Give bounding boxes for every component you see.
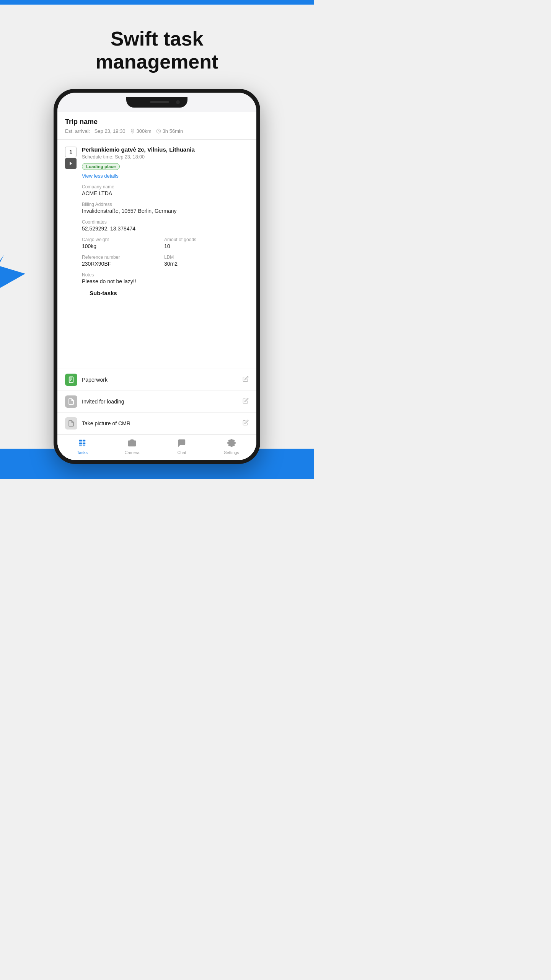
step-connector bbox=[71, 171, 71, 363]
coordinates-row: Coordinates 52.529292, 13.378474 bbox=[82, 219, 241, 232]
trip-name: Trip name bbox=[65, 118, 249, 126]
phone-frame: Trip name Est. arrival: Sep 23, 19:30 30… bbox=[54, 89, 260, 464]
trip-est-arrival: Est. arrival: Sep 23, 19:30 bbox=[65, 128, 126, 134]
task-item: 1 Perkūnkiemio gatvė 2c, Vilnius, Lithua… bbox=[57, 140, 256, 369]
phone-mockup-wrapper: Trip name Est. arrival: Sep 23, 19:30 30… bbox=[0, 89, 314, 464]
subtask-edit-icon-cmr[interactable] bbox=[243, 420, 249, 427]
blue-arrow-decoration bbox=[0, 250, 31, 305]
subtask-icon-paperwork bbox=[65, 374, 77, 386]
cargo-weight-value: 100kg bbox=[82, 243, 159, 249]
subtask-label-paperwork: Paperwork bbox=[82, 377, 238, 383]
amount-label: Amout of goods bbox=[164, 237, 241, 242]
camera-nav-label: Camera bbox=[124, 450, 139, 455]
subtask-icon-cmr bbox=[65, 417, 77, 430]
subtask-label-cmr: Take picture of CMR bbox=[82, 420, 238, 426]
coordinates-value: 52.529292, 13.378474 bbox=[82, 225, 241, 232]
cargo-weight-cell: Cargo weight 100kg bbox=[82, 237, 159, 249]
tasks-icon bbox=[78, 439, 86, 449]
step-arrow-box bbox=[65, 158, 77, 169]
ref-cell: Reference number 230RX90BF bbox=[82, 255, 159, 267]
nav-item-settings[interactable]: Settings bbox=[207, 439, 256, 455]
task-address: Perkūnkiemio gatvė 2c, Vilnius, Lithuani… bbox=[82, 146, 249, 154]
hero-title: Swift task management bbox=[96, 28, 218, 74]
trip-meta: Est. arrival: Sep 23, 19:30 300km 3h 56m… bbox=[65, 128, 249, 134]
ref-value: 230RX90BF bbox=[82, 261, 159, 267]
svg-rect-7 bbox=[83, 443, 85, 444]
tasks-nav-label: Tasks bbox=[77, 450, 88, 455]
amount-value: 10 bbox=[164, 243, 241, 249]
svg-marker-0 bbox=[0, 255, 25, 298]
chat-nav-label: Chat bbox=[177, 450, 186, 455]
notes-row: Notes Please do not be lazy!! bbox=[82, 272, 241, 284]
company-value: ACME LTDA bbox=[82, 190, 241, 196]
company-label: Company name bbox=[82, 184, 241, 189]
ldm-cell: LDM 30m2 bbox=[164, 255, 241, 267]
subtasks-list: Paperwork Invited for loading bbox=[57, 369, 256, 434]
top-status-bar bbox=[0, 0, 314, 5]
trip-duration: 3h 56min bbox=[156, 128, 183, 134]
svg-rect-4 bbox=[79, 439, 82, 441]
amount-cell: Amout of goods 10 bbox=[164, 237, 241, 249]
svg-point-1 bbox=[132, 130, 133, 131]
ldm-value: 30m2 bbox=[164, 261, 241, 267]
ref-label: Reference number bbox=[82, 255, 159, 260]
subtask-item-paperwork[interactable]: Paperwork bbox=[57, 369, 256, 391]
billing-label: Billing Address bbox=[82, 202, 241, 207]
camera-icon bbox=[128, 439, 136, 449]
ldm-label: LDM bbox=[164, 255, 241, 260]
loading-place-tag: Loading place bbox=[82, 163, 120, 170]
trip-header: Trip name Est. arrival: Sep 23, 19:30 30… bbox=[57, 112, 256, 140]
svg-rect-9 bbox=[83, 445, 85, 446]
svg-rect-5 bbox=[83, 439, 85, 441]
front-camera bbox=[176, 100, 180, 104]
chat-icon bbox=[178, 439, 186, 449]
billing-value: Invalidenstraße, 10557 Berlin, Germany bbox=[82, 208, 241, 214]
subtasks-title: Sub-tasks bbox=[82, 290, 249, 296]
settings-icon bbox=[227, 439, 236, 449]
task-schedule: Schedule time: Sep 23, 18:00 bbox=[82, 154, 249, 160]
nav-item-camera[interactable]: Camera bbox=[107, 439, 157, 455]
company-row: Company name ACME LTDA bbox=[82, 184, 241, 196]
nav-item-chat[interactable]: Chat bbox=[157, 439, 207, 455]
svg-rect-8 bbox=[79, 445, 82, 446]
cargo-weight-label: Cargo weight bbox=[82, 237, 159, 242]
notch-bar bbox=[57, 93, 256, 112]
settings-nav-label: Settings bbox=[224, 450, 239, 455]
subtask-icon-loading bbox=[65, 395, 77, 408]
billing-row: Billing Address Invalidenstraße, 10557 B… bbox=[82, 202, 241, 214]
subtask-item-loading[interactable]: Invited for loading bbox=[57, 391, 256, 413]
hero-section: Swift task management bbox=[88, 5, 226, 89]
step-number: 1 bbox=[65, 147, 77, 157]
subtask-edit-icon-loading[interactable] bbox=[243, 398, 249, 405]
view-details-link[interactable]: View less details bbox=[82, 173, 249, 179]
detail-section: Company name ACME LTDA Billing Address I… bbox=[82, 184, 249, 284]
coordinates-label: Coordinates bbox=[82, 219, 241, 225]
screen-content: Trip name Est. arrival: Sep 23, 19:30 30… bbox=[57, 112, 256, 460]
task-detail: Perkūnkiemio gatvė 2c, Vilnius, Lithuani… bbox=[82, 146, 249, 301]
notes-value: Please do not be lazy!! bbox=[82, 278, 241, 284]
trip-distance: 300km bbox=[130, 128, 152, 134]
svg-point-10 bbox=[130, 442, 133, 444]
speaker bbox=[150, 101, 169, 103]
svg-rect-6 bbox=[79, 443, 82, 444]
step-badge: 1 bbox=[65, 147, 77, 363]
notch bbox=[126, 97, 187, 108]
subtask-label-loading: Invited for loading bbox=[82, 399, 238, 405]
phone-screen: Trip name Est. arrival: Sep 23, 19:30 30… bbox=[57, 93, 256, 460]
cargo-amount-row: Cargo weight 100kg Amout of goods 10 bbox=[82, 237, 241, 249]
nav-item-tasks[interactable]: Tasks bbox=[57, 439, 107, 455]
notes-label: Notes bbox=[82, 272, 241, 278]
subtask-item-cmr[interactable]: Take picture of CMR bbox=[57, 413, 256, 434]
bottom-nav: Tasks Camera Chat bbox=[57, 434, 256, 460]
subtask-edit-icon-paperwork[interactable] bbox=[243, 376, 249, 384]
ref-ldm-row: Reference number 230RX90BF LDM 30m2 bbox=[82, 255, 241, 267]
